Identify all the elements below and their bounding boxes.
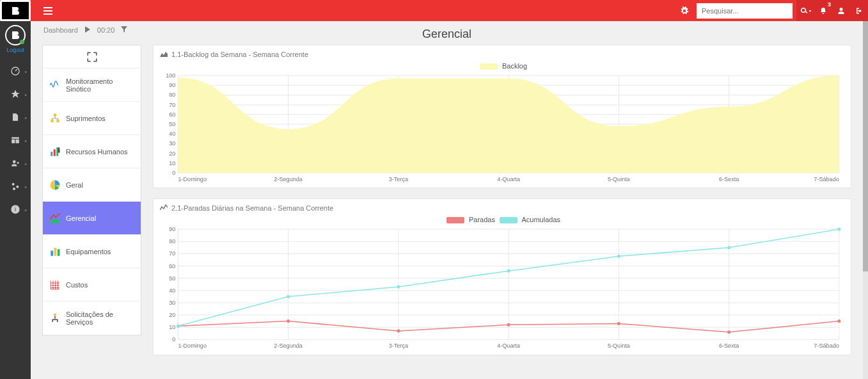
svg-rect-9 [51, 152, 52, 156]
svg-text:i: i [15, 206, 16, 213]
svg-point-92 [397, 330, 400, 333]
svg-point-95 [727, 331, 730, 334]
svg-text:40: 40 [169, 131, 175, 137]
svg-point-2 [16, 186, 19, 188]
panel-item-monitoramento[interactable]: Monitoramento Sinótico [43, 69, 141, 102]
svg-point-100 [507, 270, 510, 273]
panel-item-geral[interactable]: Geral [43, 168, 141, 202]
panel-item-label: Solicitações de Serviços [66, 310, 134, 326]
side-panel: Monitoramento Sinótico Suprimentos Recur… [42, 45, 141, 335]
panel-item-suprimentos[interactable]: Suprimentos [43, 102, 141, 135]
backlog-legend: Backlog [159, 60, 846, 72]
svg-text:70: 70 [169, 102, 175, 108]
svg-text:7-Sábado: 7-Sábado [814, 176, 839, 182]
notifications-button[interactable]: 3 [814, 0, 832, 21]
rail-logo[interactable] [5, 25, 26, 45]
svg-point-19 [54, 314, 57, 317]
svg-text:2-Segunda: 2-Segunda [274, 176, 303, 182]
status-dot-icon [20, 40, 24, 44]
svg-text:40: 40 [169, 287, 175, 294]
svg-point-91 [287, 319, 290, 323]
chart-backlog: 01020304050607080901001-Domingo2-Segunda… [159, 72, 846, 182]
play-icon[interactable] [84, 26, 91, 34]
svg-point-96 [837, 319, 840, 323]
rail-logout-label[interactable]: Logout [6, 47, 24, 53]
svg-point-93 [507, 323, 510, 327]
panel-item-equipamentos[interactable]: Equipamentos [43, 235, 141, 268]
rail-item-table[interactable]: ▸ [0, 129, 31, 152]
paradas-legend: Paradas Acumuladas [159, 213, 846, 226]
legend-swatch-backlog [480, 63, 498, 70]
panel-item-gerencial[interactable]: Gerencial [43, 202, 141, 235]
exit-button[interactable] [850, 0, 868, 21]
chart-paradas: 01020304050607080901-Domingo2-Segunda3-T… [159, 226, 846, 350]
card-backlog: 1.1-Backlog da Semana - Semana Corrente … [153, 45, 851, 188]
svg-text:1-Domingo: 1-Domingo [178, 343, 207, 350]
panel-item-custos[interactable]: Custos [43, 268, 141, 302]
svg-point-94 [617, 322, 620, 325]
svg-text:4-Quarta: 4-Quarta [497, 176, 521, 182]
svg-text:6-Sexta: 6-Sexta [719, 176, 739, 182]
svg-text:5-Quinta: 5-Quinta [608, 176, 631, 182]
panel-item-label: Recursos Humanos [66, 148, 128, 156]
svg-point-103 [837, 228, 840, 231]
page-scrollbar[interactable] [863, 21, 868, 379]
area-chart-icon [160, 51, 168, 58]
svg-point-1 [12, 183, 15, 186]
svg-text:60: 60 [169, 263, 175, 270]
svg-text:7-Sábado: 7-Sábado [814, 343, 839, 350]
panel-item-label: Gerencial [66, 214, 96, 222]
svg-text:100: 100 [166, 72, 175, 79]
svg-rect-17 [54, 248, 57, 256]
rail-item-settings[interactable]: ▸ [0, 175, 31, 198]
app-logo[interactable] [0, 0, 31, 21]
svg-text:90: 90 [169, 227, 175, 233]
svg-text:3-Terça: 3-Terça [389, 343, 409, 350]
rail-item-dashboard[interactable]: ▸ [0, 60, 31, 83]
rail-item-add-user[interactable]: ▸ [0, 152, 31, 175]
svg-point-99 [397, 286, 400, 289]
card-paradas: 2.1-Paradas Diárias na Semana - Semana C… [153, 198, 851, 355]
svg-text:30: 30 [169, 300, 175, 306]
panel-item-rh[interactable]: Recursos Humanos [43, 135, 141, 168]
search-input[interactable] [697, 3, 793, 19]
svg-text:60: 60 [169, 111, 175, 118]
svg-text:0: 0 [172, 337, 175, 343]
rail-item-favorites[interactable]: ▸ [0, 83, 31, 106]
panel-item-label: Geral [66, 181, 83, 189]
svg-point-101 [617, 255, 620, 258]
panel-item-label: Suprimentos [66, 115, 106, 122]
rail-item-document[interactable]: ▸ [0, 106, 31, 129]
svg-text:10: 10 [169, 325, 175, 331]
legend-swatch-acumuladas [500, 217, 517, 223]
card-paradas-title: 2.1-Paradas Diárias na Semana - Semana C… [171, 204, 333, 212]
svg-point-97 [177, 325, 180, 328]
svg-text:50: 50 [169, 121, 175, 127]
breadcrumb-time: 00:20 [97, 26, 115, 34]
nav-rail: Logout ▸ ▸ ▸ ▸ ▸ ▸ i▸ [0, 21, 31, 379]
rail-item-info[interactable]: i▸ [0, 198, 31, 221]
svg-text:80: 80 [169, 92, 175, 99]
breadcrumb-dashboard[interactable]: Dashboard [43, 26, 78, 34]
settings-gear-icon[interactable] [676, 3, 693, 19]
svg-text:70: 70 [169, 251, 175, 257]
hamburger-icon[interactable] [40, 3, 56, 19]
svg-text:30: 30 [169, 141, 175, 147]
panel-item-solicitacoes[interactable]: Solicitações de Serviços [43, 302, 141, 335]
svg-rect-8 [56, 119, 59, 122]
svg-text:4-Quarta: 4-Quarta [497, 343, 521, 350]
svg-rect-18 [58, 249, 60, 256]
filter-icon[interactable] [121, 26, 127, 34]
panel-item-label: Custos [66, 281, 88, 289]
svg-text:80: 80 [169, 239, 175, 245]
content-area: Dashboard 00:20 Gerencial Monitoramento … [31, 21, 863, 379]
svg-text:20: 20 [169, 150, 175, 157]
panel-fullscreen[interactable] [43, 45, 141, 69]
panel-item-label: Monitoramento Sinótico [66, 77, 134, 93]
cards-column: 1.1-Backlog da Semana - Semana Corrente … [153, 45, 851, 355]
legend-label-paradas: Paradas [469, 216, 495, 223]
svg-text:0: 0 [172, 170, 175, 176]
user-button[interactable] [832, 0, 850, 21]
svg-point-102 [727, 246, 730, 250]
search-button[interactable]: ▾ [796, 0, 814, 21]
